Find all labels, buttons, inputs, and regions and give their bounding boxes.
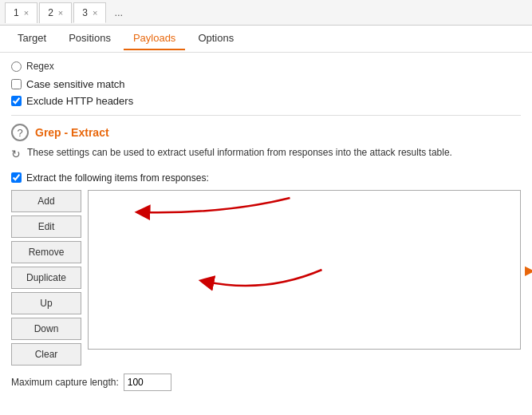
button-column: Add Edit Remove Duplicate Up Down Clear bbox=[11, 190, 81, 366]
tab-2-close[interactable]: × bbox=[58, 8, 63, 18]
duplicate-button[interactable]: Duplicate bbox=[11, 267, 81, 289]
edit-button[interactable]: Edit bbox=[11, 215, 81, 238]
tab-target[interactable]: Target bbox=[8, 27, 56, 50]
extract-checkbox-row: Extract the following items from respons… bbox=[11, 172, 521, 184]
tab-positions[interactable]: Positions bbox=[59, 27, 120, 50]
tab-3-close[interactable]: × bbox=[93, 8, 97, 18]
tab-payloads[interactable]: Payloads bbox=[124, 27, 185, 50]
extract-label: Extract the following items from respons… bbox=[26, 172, 209, 184]
tab-3-label: 3 bbox=[82, 7, 88, 18]
section-divider bbox=[11, 115, 521, 116]
tab-2[interactable]: 2 × bbox=[39, 2, 72, 23]
tab-1-label: 1 bbox=[14, 7, 19, 18]
capture-input[interactable] bbox=[124, 374, 171, 391]
down-button[interactable]: Down bbox=[11, 318, 81, 340]
case-sensitive-label: Case sensitive match bbox=[26, 78, 125, 90]
tab-1-close[interactable]: × bbox=[24, 8, 29, 18]
clear-button[interactable]: Clear bbox=[11, 343, 81, 366]
tab-1[interactable]: 1 × bbox=[5, 2, 37, 23]
case-sensitive-checkbox[interactable] bbox=[11, 79, 22, 89]
tab-2-label: 2 bbox=[48, 7, 53, 18]
up-button[interactable]: Up bbox=[11, 292, 81, 314]
tab-options[interactable]: Options bbox=[188, 27, 243, 50]
extract-checkbox[interactable] bbox=[11, 172, 22, 183]
tab-more[interactable]: ... bbox=[108, 3, 129, 22]
exclude-http-label: Exclude HTTP headers bbox=[26, 95, 133, 107]
grep-extract-description: These settings can be used to extract us… bbox=[27, 146, 452, 160]
exclude-http-checkbox[interactable] bbox=[11, 96, 22, 106]
refresh-icon[interactable]: ↻ bbox=[11, 148, 21, 160]
regex-label: Regex bbox=[26, 61, 54, 72]
tab-3[interactable]: 3 × bbox=[73, 2, 106, 23]
exclude-http-row: Exclude HTTP headers bbox=[11, 95, 521, 107]
regex-radio[interactable] bbox=[11, 61, 22, 72]
regex-row: Regex bbox=[11, 61, 521, 72]
tab-bar-top: 1 × 2 × 3 × ... bbox=[0, 0, 532, 26]
add-button[interactable]: Add bbox=[11, 190, 81, 212]
extract-content: Add Edit Remove Duplicate Up Down Clear … bbox=[11, 190, 521, 366]
remove-button[interactable]: Remove bbox=[11, 241, 81, 263]
grep-extract-header: ? Grep - Extract bbox=[11, 124, 521, 141]
capture-row: Maximum capture length: bbox=[11, 374, 521, 391]
collapse-arrow-right[interactable]: ▶ bbox=[525, 262, 532, 277]
grep-question-icon[interactable]: ? bbox=[11, 124, 29, 141]
nav-tabs: Target Positions Payloads Options bbox=[0, 26, 532, 53]
case-sensitive-row: Case sensitive match bbox=[11, 78, 521, 90]
extract-area: Add Edit Remove Duplicate Up Down Clear … bbox=[11, 190, 521, 366]
grep-extract-title: Grep - Extract bbox=[35, 126, 109, 139]
extract-list-panel: ▶ bbox=[88, 190, 521, 350]
capture-label: Maximum capture length: bbox=[11, 377, 119, 388]
content-area: Regex Case sensitive match Exclude HTTP … bbox=[0, 53, 532, 415]
